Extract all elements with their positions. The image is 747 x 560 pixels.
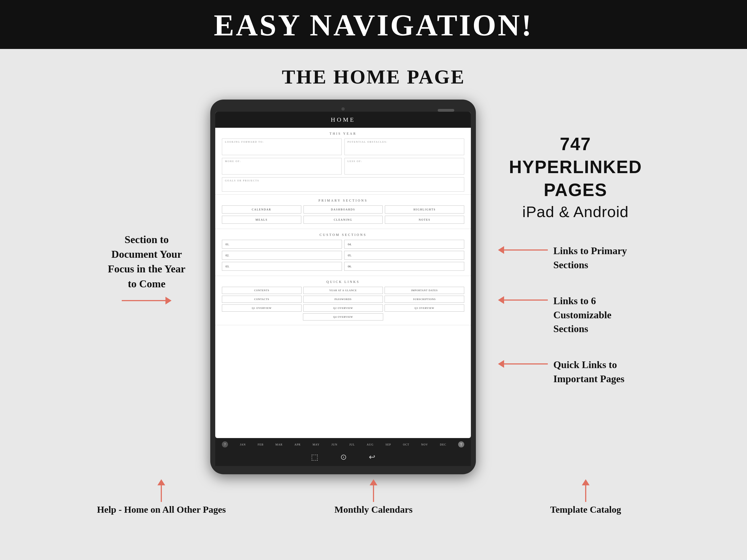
left-annotation: Section toDocument YourFocus in the Year…	[94, 232, 199, 305]
right-annotations: 747 HYPERLINKED PAGES iPad & Android Lin…	[498, 100, 653, 402]
custom-04[interactable]: 04.	[344, 240, 464, 249]
q4-overview-button[interactable]: Q4 OVERVIEW	[303, 313, 383, 321]
primary-sections-label: PRIMARY SECTIONS	[222, 198, 464, 203]
this-year-section: THIS YEAR LOOKING FORWARD TO: POTENTIAL …	[215, 128, 471, 195]
nav-back-icon[interactable]: ↩	[369, 452, 375, 461]
more-less-grid: MORE OF: LESS OF:	[222, 158, 464, 175]
custom-sections-label: CUSTOM SECTIONS	[222, 233, 464, 237]
arrow-left-3	[498, 360, 548, 368]
month-apr[interactable]: APR	[294, 443, 301, 446]
month-oct[interactable]: OCT	[403, 443, 409, 446]
contacts-button[interactable]: CONTACTS	[222, 296, 302, 303]
this-year-grid: LOOKING FORWARD TO: POTENTIAL OBSTACLES:	[222, 138, 464, 155]
month-bar: ? JAN FEB MAR APR MAY JUN JUL AUG SEP OC…	[220, 440, 466, 449]
this-year-label: THIS YEAR	[222, 132, 464, 136]
tablet-bottom-bar: ? JAN FEB MAR APR MAY JUN JUL AUG SEP OC…	[215, 438, 471, 466]
bottom-annotations: Help - Home on All Other Pages Monthly C…	[0, 485, 747, 516]
less-of-label: LESS OF:	[347, 160, 362, 163]
contents-button[interactable]: CONTENTS	[222, 287, 302, 294]
quick-row1: CONTENTS YEAR AT A GLANCE IMPORTANT DATE…	[222, 287, 464, 294]
dashboards-button[interactable]: DASHBOARDS	[304, 206, 383, 213]
right-annotation-3: Quick Links toImportant Pages	[498, 358, 653, 386]
custom-01[interactable]: 01.	[222, 240, 342, 249]
tablet-screen: HOME THIS YEAR LOOKING FORWARD TO: POTEN…	[215, 112, 471, 438]
cleaning-button[interactable]: CLEANING	[304, 216, 383, 224]
quick-links-section: QUICK LINKS CONTENTS YEAR AT A GLANCE IM…	[215, 276, 471, 325]
template-icon[interactable]: T	[458, 442, 464, 448]
q1-overview-button[interactable]: Q1 OVERVIEW	[222, 304, 302, 312]
less-of-box[interactable]: LESS OF:	[344, 158, 464, 175]
nav-home-icon[interactable]: ⊙	[340, 452, 347, 461]
arrow-left-2	[498, 296, 548, 304]
important-dates-button[interactable]: IMPORTANT DATES	[385, 287, 464, 294]
left-arrow-right	[122, 297, 172, 304]
big-text-line2: PAGES	[498, 179, 653, 202]
arrow-up-catalog	[585, 485, 586, 502]
month-sep[interactable]: SEP	[385, 443, 391, 446]
tablet: HOME THIS YEAR LOOKING FORWARD TO: POTEN…	[210, 100, 476, 474]
tablet-camera	[341, 107, 345, 111]
custom-05[interactable]: 05.	[344, 251, 464, 260]
meals-button[interactable]: MEALS	[222, 216, 301, 224]
month-jul[interactable]: JUL	[349, 443, 355, 446]
custom-buttons-grid: 01. 04. 02. 05. 03. 06.	[222, 240, 464, 271]
custom-02[interactable]: 02.	[222, 251, 342, 260]
big-text-line3: iPad & Android	[498, 202, 653, 222]
goals-box[interactable]: GOALS OR PROJECTS	[222, 177, 464, 192]
calendar-button[interactable]: CALENDAR	[222, 206, 301, 213]
bottom-item-calendars: Monthly Calendars	[267, 485, 480, 516]
bottom-text-help: Help - Home on All Other Pages	[55, 504, 267, 516]
annotation-text-1: Links to PrimarySections	[553, 244, 627, 272]
potential-obstacles-label: POTENTIAL OBSTACLES:	[347, 140, 388, 143]
more-of-box[interactable]: MORE OF:	[222, 158, 342, 175]
month-dec[interactable]: DEC	[440, 443, 446, 446]
bottom-item-catalog: Template Catalog	[480, 485, 692, 516]
q2-overview-button[interactable]: Q2 OVERVIEW	[303, 304, 383, 312]
primary-buttons-grid: CALENDAR DASHBOARDS HIGHLIGHTS MEALS CLE…	[222, 206, 464, 224]
bottom-text-calendars: Monthly Calendars	[267, 504, 480, 516]
header-bar: EASY NAVIGATION!	[0, 0, 747, 49]
main-title: EASY NAVIGATION!	[0, 8, 747, 43]
quick-row2: CONTACTS PASSWORDS SUBSCRIPTIONS	[222, 296, 464, 303]
looking-forward-box[interactable]: LOOKING FORWARD TO:	[222, 138, 342, 155]
main-layout: Section toDocument YourFocus in the Year…	[0, 100, 747, 474]
custom-sections: CUSTOM SECTIONS 01. 04. 02. 05. 03. 06.	[215, 229, 471, 276]
tablet-wrapper: HOME THIS YEAR LOOKING FORWARD TO: POTEN…	[210, 100, 476, 474]
highlights-button[interactable]: HIGHLIGHTS	[385, 206, 464, 213]
nav-square-icon[interactable]: ⬚	[311, 452, 318, 461]
right-annotation-2: Links to 6CustomizableSections	[498, 294, 653, 336]
month-nov[interactable]: NOV	[421, 443, 428, 446]
tablet-top-bar	[215, 107, 471, 112]
quick-links-label: QUICK LINKS	[222, 280, 464, 284]
annotation-text-2: Links to 6CustomizableSections	[553, 294, 612, 336]
arrow-left-1	[498, 246, 548, 254]
big-text-line1: 747 HYPERLINKED	[498, 133, 653, 179]
tablet-power-button	[438, 109, 454, 112]
potential-obstacles-box[interactable]: POTENTIAL OBSTACLES:	[344, 138, 464, 155]
month-may[interactable]: MAY	[313, 443, 319, 446]
right-annotation-1: Links to PrimarySections	[498, 244, 653, 272]
screen-home-header: HOME	[215, 112, 471, 128]
year-at-glance-button[interactable]: YEAR AT A GLANCE	[303, 287, 383, 294]
quick-row4: Q4 OVERVIEW	[222, 313, 464, 321]
looking-forward-label: LOOKING FORWARD TO:	[225, 140, 264, 143]
month-jun[interactable]: JUN	[331, 443, 337, 446]
month-feb[interactable]: FEB	[258, 443, 263, 446]
help-icon[interactable]: ?	[222, 442, 228, 448]
q3-overview-button[interactable]: Q3 OVERVIEW	[385, 304, 464, 312]
annotation-text-3: Quick Links toImportant Pages	[553, 358, 624, 386]
quick-row3: Q1 OVERVIEW Q2 OVERVIEW Q3 OVERVIEW	[222, 304, 464, 312]
bottom-item-help: Help - Home on All Other Pages	[55, 485, 267, 516]
custom-06[interactable]: 06.	[344, 262, 464, 271]
left-annotation-text: Section toDocument YourFocus in the Year…	[94, 232, 199, 291]
notes-button[interactable]: NOTES	[385, 216, 464, 224]
month-mar[interactable]: MAR	[276, 443, 283, 446]
passwords-button[interactable]: PASSWORDS	[303, 296, 383, 303]
month-jan[interactable]: JAN	[240, 443, 246, 446]
month-aug[interactable]: AUG	[367, 443, 374, 446]
subscriptions-button[interactable]: SUBSCRIPTIONS	[385, 296, 464, 303]
arrow-up-help	[161, 485, 162, 502]
primary-sections: PRIMARY SECTIONS CALENDAR DASHBOARDS HIG…	[215, 195, 471, 229]
custom-03[interactable]: 03.	[222, 262, 342, 271]
more-of-label: MORE OF:	[225, 160, 241, 163]
